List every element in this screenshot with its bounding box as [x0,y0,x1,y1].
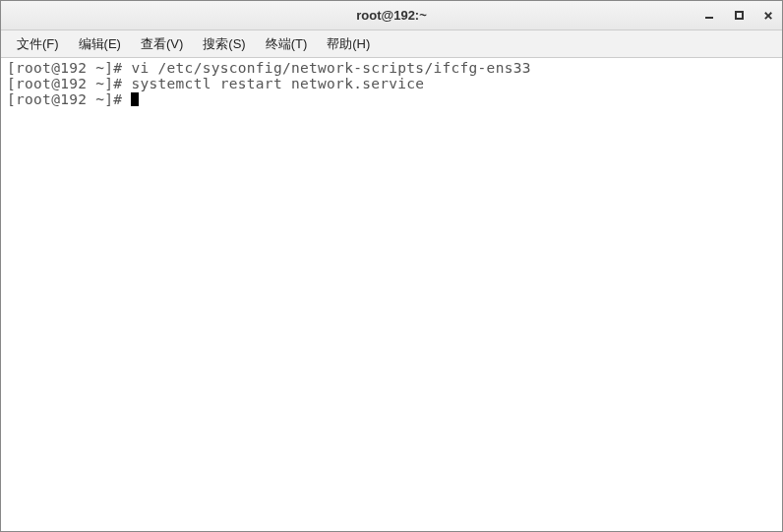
terminal-line: [root@192 ~]# [7,91,776,107]
menu-terminal[interactable]: 终端(T) [256,31,318,57]
command-text: vi /etc/sysconfig/network-scripts/ifcfg-… [131,60,530,76]
terminal-line: [root@192 ~]# vi /etc/sysconfig/network-… [7,60,776,76]
menubar: 文件(F) 编辑(E) 查看(V) 搜索(S) 终端(T) 帮助(H) [1,30,782,58]
window-title: root@192:~ [356,8,427,23]
maximize-button[interactable] [731,8,747,24]
prompt: [root@192 ~]# [7,76,131,91]
close-button[interactable]: × [760,8,776,24]
menu-search[interactable]: 搜索(S) [193,31,255,57]
cursor-icon [131,92,139,106]
terminal-output[interactable]: [root@192 ~]# vi /etc/sysconfig/network-… [1,58,782,531]
minimize-icon [705,13,713,19]
minimize-button[interactable] [701,8,717,24]
menu-file[interactable]: 文件(F) [7,31,69,57]
titlebar: root@192:~ × [1,1,782,30]
close-icon: × [763,11,773,21]
maximize-icon [735,11,744,20]
menu-edit[interactable]: 编辑(E) [69,31,131,57]
prompt: [root@192 ~]# [7,91,131,107]
prompt: [root@192 ~]# [7,60,131,76]
window-controls: × [701,1,776,30]
menu-help[interactable]: 帮助(H) [317,31,380,57]
command-text: systemctl restart network.service [131,76,424,91]
menu-view[interactable]: 查看(V) [131,31,193,57]
terminal-line: [root@192 ~]# systemctl restart network.… [7,76,776,91]
